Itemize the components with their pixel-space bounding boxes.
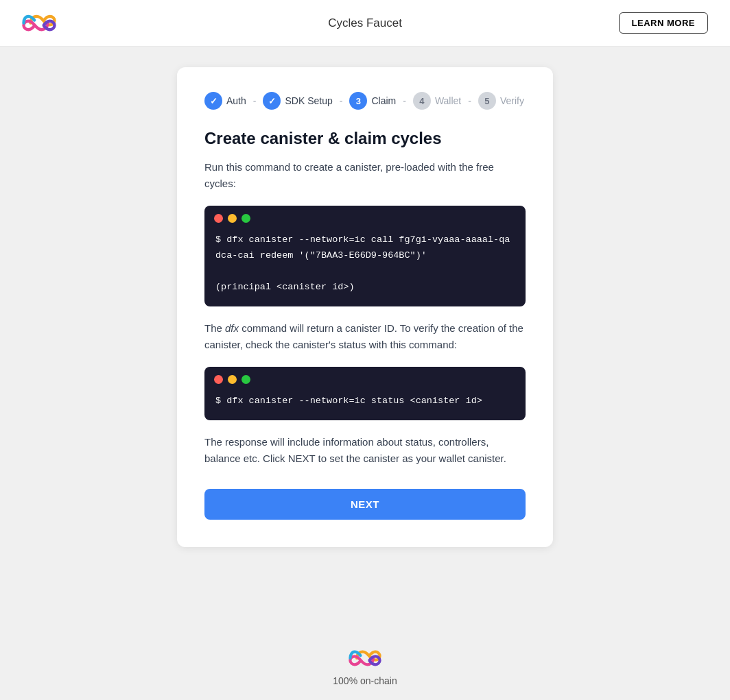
step-wallet-circle: 4 (413, 92, 431, 110)
terminal-2-dot-yellow (228, 375, 237, 384)
description-3: The response will include information ab… (204, 434, 526, 467)
terminal-dot-green (242, 214, 250, 223)
next-button[interactable]: NEXT (204, 489, 526, 520)
checkmark-icon: ✓ (210, 96, 217, 106)
card: ✓ Auth - ✓ SDK Setup - 3 Claim - (177, 67, 553, 547)
logo (22, 11, 56, 35)
terminal-1: $ dfx canister --network=ic call fg7gi-v… (204, 206, 526, 306)
step-verify-circle: 5 (478, 92, 496, 110)
description-2-italic: dfx (225, 322, 239, 334)
terminal-2-code: $ dfx canister --network=ic status <cani… (204, 391, 526, 409)
step-auth: ✓ Auth (204, 92, 246, 110)
step-sdk-label: SDK Setup (285, 95, 332, 106)
step-verify: 5 Verify (478, 92, 524, 110)
terminal-dot-red (214, 214, 223, 223)
step-auth-circle: ✓ (204, 92, 222, 110)
separator-4: - (468, 95, 471, 106)
description-2: The dfx command will return a canister I… (204, 320, 526, 353)
header: Cycles Faucet LEARN MORE (0, 0, 730, 47)
step-sdk-setup: ✓ SDK Setup (263, 92, 332, 110)
terminal-2-dots (204, 367, 526, 391)
page-title: Create canister & claim cycles (204, 129, 526, 148)
separator-1: - (253, 95, 257, 106)
footer: 100% on-chain (0, 630, 730, 700)
checkmark-icon-2: ✓ (268, 96, 276, 106)
step-wallet-label: Wallet (435, 95, 461, 106)
terminal-2-dot-green (242, 375, 250, 384)
main-content: ✓ Auth - ✓ SDK Setup - 3 Claim - (0, 47, 730, 630)
terminal-2-dot-red (214, 375, 223, 384)
terminal-2: $ dfx canister --network=ic status <cani… (204, 367, 526, 420)
step-claim: 3 Claim (349, 92, 396, 110)
step-claim-circle: 3 (349, 92, 367, 110)
step-verify-label: Verify (500, 95, 524, 106)
description-2-after: command will return a canister ID. To ve… (204, 322, 523, 350)
terminal-1-code: $ dfx canister --network=ic call fg7gi-v… (204, 230, 526, 295)
separator-2: - (340, 95, 343, 106)
step-sdk-circle: ✓ (263, 92, 281, 110)
stepper: ✓ Auth - ✓ SDK Setup - 3 Claim - (204, 92, 526, 110)
header-title: Cycles Faucet (328, 16, 402, 30)
description-1: Run this command to create a canister, p… (204, 159, 526, 192)
step-wallet: 4 Wallet (413, 92, 461, 110)
description-2-before: The (204, 322, 225, 334)
step-claim-number: 3 (356, 96, 361, 106)
step-wallet-number: 4 (419, 96, 424, 106)
terminal-1-dots (204, 206, 526, 230)
step-auth-label: Auth (226, 95, 246, 106)
learn-more-button[interactable]: LEARN MORE (619, 12, 708, 34)
footer-text: 100% on-chain (333, 675, 397, 686)
separator-3: - (403, 95, 406, 106)
terminal-dot-yellow (228, 214, 237, 223)
footer-logo-icon (349, 647, 381, 670)
step-claim-label: Claim (371, 95, 396, 106)
infinity-logo-icon (22, 11, 56, 35)
step-verify-number: 5 (484, 96, 489, 106)
